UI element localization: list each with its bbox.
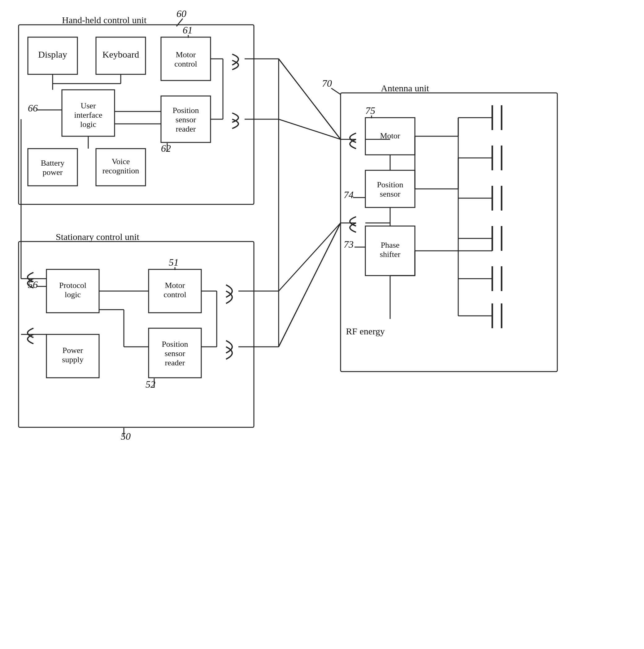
hh-pos-sensor-label: Position bbox=[172, 106, 199, 115]
ref-70: 70 bbox=[322, 78, 332, 89]
svg-line-95 bbox=[278, 223, 341, 347]
diagram: text { font-family: 'Times New Roman', T… bbox=[0, 0, 644, 649]
voice-recog-label: Voice bbox=[112, 157, 130, 166]
stat-motor-control-label: Motor bbox=[165, 281, 185, 290]
protocol-logic-label: Protocol bbox=[59, 281, 86, 290]
stat-pos-sensor-label2: sensor bbox=[165, 349, 185, 358]
ref-75: 75 bbox=[366, 105, 375, 116]
ant-pos-sensor-label: Position bbox=[377, 180, 403, 189]
ref-62: 62 bbox=[161, 143, 171, 154]
svg-line-91 bbox=[278, 223, 341, 291]
ref-51: 51 bbox=[169, 257, 179, 268]
ref-74: 74 bbox=[344, 189, 354, 200]
phase-shifter-label2: shifter bbox=[380, 250, 401, 259]
antenna-unit-label: Antenna unit bbox=[381, 83, 429, 93]
ref-50: 50 bbox=[121, 431, 131, 442]
stat-pos-sensor-label3: reader bbox=[165, 358, 185, 367]
ui-logic-label: User bbox=[81, 101, 96, 110]
keyboard-label: Keyboard bbox=[102, 49, 139, 59]
hh-pos-sensor-label2: sensor bbox=[176, 115, 196, 124]
battery-label2: power bbox=[43, 168, 63, 177]
hand-held-unit-label: Hand-held control unit bbox=[62, 15, 147, 25]
voice-recog-label2: recognition bbox=[102, 166, 139, 175]
ui-logic-label3: logic bbox=[80, 120, 96, 129]
svg-line-94 bbox=[278, 59, 341, 139]
svg-line-90 bbox=[278, 119, 341, 139]
hh-motor-control-label: Motor bbox=[176, 50, 196, 59]
power-supply-label2: supply bbox=[62, 355, 83, 364]
stat-pos-sensor-label: Position bbox=[162, 340, 188, 349]
hh-pos-sensor-label3: reader bbox=[176, 125, 196, 133]
phase-shifter-label: Phase bbox=[381, 241, 400, 250]
hh-motor-control-label2: control bbox=[174, 59, 197, 69]
rf-energy-label: RF energy bbox=[346, 326, 385, 336]
battery-label: Battery bbox=[41, 159, 65, 168]
stat-motor-control-label2: control bbox=[164, 290, 186, 299]
power-supply-label: Power bbox=[62, 346, 83, 355]
ui-logic-label2: interface bbox=[74, 111, 102, 120]
stationary-unit-label: Stationary control unit bbox=[56, 231, 140, 242]
protocol-logic-label2: logic bbox=[65, 290, 81, 299]
ref-60: 60 bbox=[176, 8, 186, 19]
ref-61: 61 bbox=[183, 25, 192, 36]
svg-line-48 bbox=[331, 88, 341, 94]
display-label: Display bbox=[38, 49, 67, 59]
ref-66: 66 bbox=[28, 102, 38, 114]
ref-73: 73 bbox=[344, 239, 354, 250]
ant-pos-sensor-label2: sensor bbox=[380, 189, 401, 199]
